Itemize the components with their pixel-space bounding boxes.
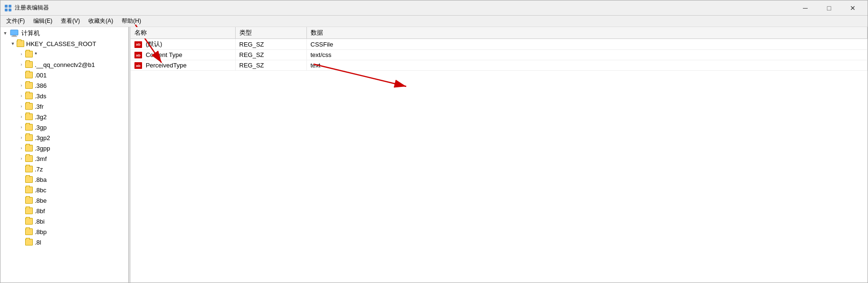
tree-item-7z[interactable]: .7z: [0, 164, 128, 174]
svg-rect-1: [9, 5, 11, 8]
value-type-content-type: REG_SZ: [235, 50, 306, 60]
menu-favorites[interactable]: 收藏夹(A): [85, 16, 117, 26]
col-name: 名称: [131, 27, 235, 39]
col-data: 数据: [306, 27, 868, 39]
tree-label-3gpp: .3gpp: [35, 145, 50, 152]
tree-label-8bf: .8bf: [35, 208, 45, 215]
tree-label-computer: 计算机: [21, 29, 40, 38]
folder-icon-8bp: [25, 228, 33, 235]
table-row[interactable]: ab Content Type REG_SZ text/css: [131, 50, 868, 60]
tree-label-8ba: .8ba: [35, 176, 47, 183]
value-name-content-type: ab Content Type: [131, 50, 235, 60]
expand-icon-3g2: ›: [18, 114, 25, 119]
menu-edit[interactable]: 编辑(E): [29, 16, 56, 26]
tree-panel[interactable]: ▼ 计算机 ▼ HKEY_CLASSES_ROOT ›: [0, 27, 129, 283]
tree-label-3fr: .3fr: [35, 103, 44, 110]
tree-item-3mf[interactable]: › .3mf: [0, 153, 128, 164]
minimize-button[interactable]: ─: [794, 1, 816, 15]
folder-icon-qq: [25, 61, 33, 68]
tree-item-8ba[interactable]: .8ba: [0, 174, 128, 185]
folder-icon-7z: [25, 166, 33, 172]
tree-item-3g2[interactable]: › .3g2: [0, 112, 128, 122]
folder-icon-3ds: [25, 93, 33, 99]
value-name-default: ab (默认): [131, 39, 235, 50]
tree-label-8l: .8l: [35, 239, 41, 246]
folder-icon-8l: [25, 239, 33, 245]
col-type: 类型: [235, 27, 306, 39]
expand-icon-3mf: ›: [18, 156, 25, 161]
tree-item-386[interactable]: › .386: [0, 80, 128, 91]
tree-label-3gp: .3gp: [35, 124, 47, 131]
reg-icon-perceived-type: ab: [134, 62, 142, 69]
tree-label-8bp: .8bp: [35, 228, 47, 236]
folder-icon-3fr: [25, 103, 33, 110]
main-content: ▼ 计算机 ▼ HKEY_CLASSES_ROOT ›: [0, 27, 868, 283]
app-icon: [4, 4, 12, 12]
folder-icon-386: [25, 82, 33, 89]
reg-icon-default: ab: [134, 41, 142, 48]
menu-bar: 文件(F) 编辑(E) 查看(V) 收藏夹(A) 帮助(H): [0, 16, 868, 27]
close-button[interactable]: ✕: [842, 1, 864, 15]
menu-file[interactable]: 文件(F): [2, 16, 29, 26]
computer-icon: [10, 29, 19, 37]
tree-item-3gp2[interactable]: › .3gp2: [0, 132, 128, 143]
menu-view[interactable]: 查看(V): [57, 16, 84, 26]
title-bar: 注册表编辑器 ─ □ ✕: [0, 0, 868, 16]
tree-label-qq: .__qq_connectv2@b1: [35, 61, 95, 68]
expand-icon-3gpp: ›: [18, 146, 25, 151]
expand-icon-3gp: ›: [18, 125, 25, 130]
tree-label-hkcr: HKEY_CLASSES_ROOT: [26, 40, 96, 47]
folder-icon-hkcr: [17, 40, 24, 47]
tree-item-001[interactable]: .001: [0, 70, 128, 80]
values-panel[interactable]: 名称 类型 数据 ab (默认) REG_SZ CSSFile: [131, 27, 868, 283]
folder-icon-001: [25, 72, 33, 78]
menu-help[interactable]: 帮助(H): [118, 16, 145, 26]
value-data-perceived-type: text: [306, 60, 868, 71]
svg-rect-0: [5, 5, 8, 8]
folder-icon-star: [25, 51, 33, 57]
tree-item-computer[interactable]: ▼ 计算机: [0, 28, 128, 38]
folder-icon-8bi: [25, 218, 33, 225]
table-row[interactable]: ab (默认) REG_SZ CSSFile: [131, 39, 868, 50]
maximize-button[interactable]: □: [818, 1, 840, 15]
tree-label-001: .001: [35, 72, 47, 79]
tree-item-qq[interactable]: › .__qq_connectv2@b1: [0, 59, 128, 70]
tree-item-8be[interactable]: .8be: [0, 195, 128, 206]
value-data-default: CSSFile: [306, 39, 868, 50]
value-type-perceived-type: REG_SZ: [235, 60, 306, 71]
expand-icon-qq: ›: [18, 62, 25, 67]
folder-icon-3g2: [25, 113, 33, 120]
svg-rect-3: [9, 9, 11, 11]
value-name-perceived-type: ab PerceivedType: [131, 60, 235, 71]
tree-label-3mf: .3mf: [35, 155, 47, 162]
tree-item-star[interactable]: › *: [0, 49, 128, 59]
value-type-default: REG_SZ: [235, 39, 306, 50]
tree-item-8bc[interactable]: .8bc: [0, 185, 128, 195]
tree-label-7z: .7z: [35, 166, 43, 173]
tree-item-3gp[interactable]: › .3gp: [0, 122, 128, 132]
tree-item-8l[interactable]: .8l: [0, 237, 128, 247]
value-data-content-type: text/css: [306, 50, 868, 60]
tree-item-hkey-classes-root[interactable]: ▼ HKEY_CLASSES_ROOT: [0, 38, 128, 49]
tree-item-3fr[interactable]: › .3fr: [0, 101, 128, 112]
expand-icon-3ds: ›: [18, 94, 25, 98]
svg-rect-6: [11, 36, 17, 37]
folder-icon-3mf: [25, 155, 33, 162]
svg-rect-4: [10, 30, 18, 35]
expand-icon-3fr: ›: [18, 104, 25, 109]
tree-item-3gpp[interactable]: › .3gpp: [0, 143, 128, 153]
table-row[interactable]: ab PerceivedType REG_SZ text: [131, 60, 868, 71]
tree-label-386: .386: [35, 82, 47, 89]
tree-item-3ds[interactable]: › .3ds: [0, 91, 128, 101]
tree-item-8bi[interactable]: .8bi: [0, 216, 128, 226]
expand-icon-star: ›: [18, 52, 25, 57]
tree-label-8be: .8be: [35, 197, 47, 204]
tree-item-8bf[interactable]: .8bf: [0, 206, 128, 216]
folder-icon-8ba: [25, 176, 33, 183]
folder-icon-8be: [25, 197, 33, 204]
tree-item-8bp[interactable]: .8bp: [0, 226, 128, 237]
tree-label-8bc: .8bc: [35, 187, 47, 194]
svg-rect-5: [12, 35, 16, 36]
expand-icon-3gp2: ›: [18, 135, 25, 140]
tree-label-8bi: .8bi: [35, 218, 45, 225]
